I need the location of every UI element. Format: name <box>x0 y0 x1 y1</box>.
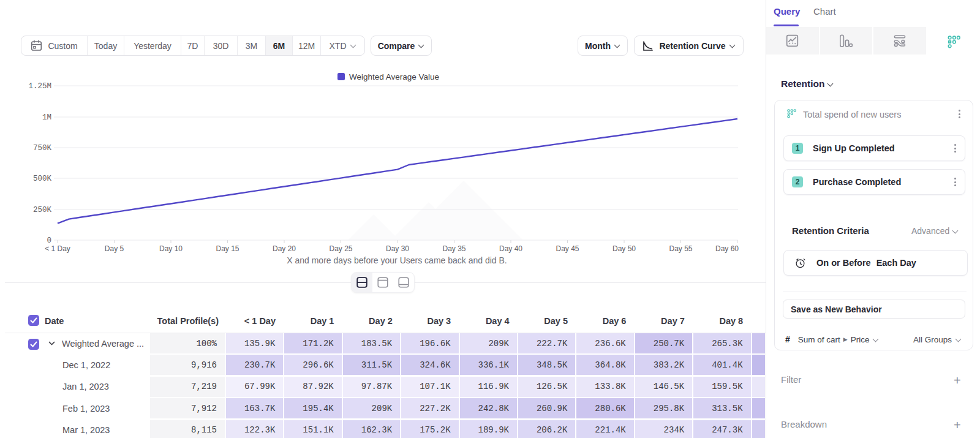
svg-text:< 1 Day: < 1 Day <box>45 244 70 253</box>
svg-text:Day 60: Day 60 <box>715 244 739 253</box>
svg-text:500K: 500K <box>33 175 52 183</box>
svg-text:Weighted Average Value: Weighted Average Value <box>349 72 439 81</box>
svg-text:750K: 750K <box>33 144 52 153</box>
svg-text:Day 30: Day 30 <box>386 244 409 253</box>
svg-text:Day 10: Day 10 <box>159 244 183 253</box>
svg-text:Day 20: Day 20 <box>273 244 296 253</box>
svg-text:Day 40: Day 40 <box>499 244 522 253</box>
svg-text:Day 25: Day 25 <box>329 244 352 253</box>
svg-text:Day 55: Day 55 <box>669 244 692 253</box>
svg-text:1M: 1M <box>42 113 51 122</box>
svg-text:0: 0 <box>47 236 51 245</box>
svg-text:Day 35: Day 35 <box>442 244 466 253</box>
svg-text:1.25M: 1.25M <box>28 82 51 91</box>
svg-text:Day 45: Day 45 <box>556 244 579 253</box>
svg-text:Day 50: Day 50 <box>612 244 636 253</box>
svg-text:X and more days before your Us: X and more days before your Users came b… <box>287 255 507 265</box>
svg-text:250K: 250K <box>33 206 52 214</box>
svg-text:Day 15: Day 15 <box>216 244 239 253</box>
svg-text:Day 5: Day 5 <box>105 244 124 253</box>
